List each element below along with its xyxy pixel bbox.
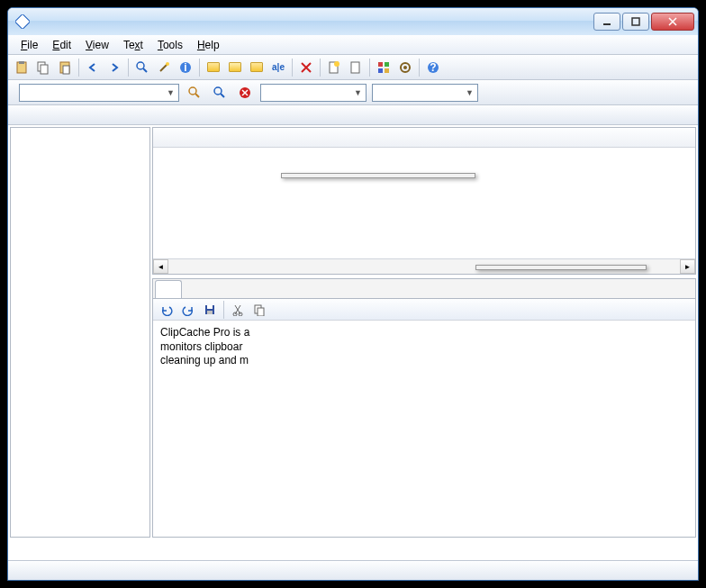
minimize-button[interactable]	[593, 13, 620, 31]
find-clear-icon[interactable]	[235, 83, 255, 103]
preview-text[interactable]: ClipCache Pro is a monitors clipboar cle…	[153, 321, 695, 537]
save-icon[interactable]	[200, 300, 220, 320]
cut-icon[interactable]	[228, 300, 248, 320]
svg-point-12	[166, 62, 169, 66]
svg-rect-1	[603, 23, 611, 25]
find-go-icon[interactable]	[185, 83, 204, 103]
new-page-icon[interactable]	[324, 58, 344, 77]
menubar: File Edit View Text Tools Help	[8, 35, 698, 55]
svg-rect-18	[378, 62, 383, 67]
main-area: ◄ ► ClipCache Pro is a	[8, 125, 698, 539]
copy-icon[interactable]	[33, 58, 53, 77]
svg-point-28	[214, 87, 222, 95]
info-icon[interactable]: i	[176, 58, 195, 77]
svg-point-23	[403, 66, 407, 69]
wand-icon[interactable]	[154, 58, 174, 77]
filter-details[interactable]: ▼	[260, 84, 367, 102]
preview-toolbar	[153, 299, 695, 321]
svg-text:?: ?	[430, 61, 436, 74]
svg-line-29	[221, 94, 224, 97]
copy-icon[interactable]	[249, 300, 269, 320]
clipboard-icon[interactable]	[12, 58, 32, 77]
folder-tree[interactable]	[10, 127, 150, 538]
find-next-icon[interactable]	[210, 83, 230, 103]
svg-point-9	[137, 62, 144, 69]
svg-rect-37	[258, 308, 264, 316]
delete-icon[interactable]	[296, 58, 316, 77]
context-menu[interactable]	[281, 173, 475, 178]
menu-text[interactable]: Text	[116, 37, 150, 53]
svg-line-27	[195, 94, 199, 97]
window-controls	[592, 13, 694, 31]
folder-open-icon[interactable]	[225, 58, 245, 77]
chevron-down-icon[interactable]: ▼	[354, 88, 362, 97]
toolbar: i a|e ?	[8, 55, 698, 80]
svg-line-10	[143, 68, 147, 72]
menu-view[interactable]: View	[78, 37, 116, 53]
filter-folders[interactable]: ▼	[372, 84, 478, 102]
svg-rect-17	[351, 62, 359, 73]
tab-text[interactable]	[155, 280, 182, 298]
chevron-down-icon[interactable]: ▼	[466, 88, 474, 97]
svg-rect-6	[41, 65, 48, 74]
svg-rect-0	[15, 14, 30, 29]
folder-icon[interactable]	[204, 58, 223, 77]
svg-point-26	[189, 87, 196, 95]
list-header	[153, 128, 695, 148]
page-icon[interactable]	[346, 58, 366, 77]
svg-text:i: i	[184, 61, 186, 74]
menu-file[interactable]: File	[14, 37, 45, 53]
help-icon[interactable]: ?	[423, 58, 443, 77]
quickpaste-bar	[8, 105, 698, 125]
svg-rect-19	[385, 62, 389, 67]
back-icon[interactable]	[83, 58, 103, 77]
right-pane: ◄ ► ClipCache Pro is a	[152, 127, 696, 538]
close-button[interactable]	[651, 13, 694, 31]
redo-icon[interactable]	[178, 300, 198, 320]
scroll-right-icon[interactable]: ►	[680, 259, 695, 274]
app-icon	[15, 14, 30, 29]
find-input[interactable]: ▼	[19, 84, 179, 102]
rename-icon[interactable]: a|e	[268, 58, 288, 77]
folder-new-icon[interactable]	[247, 58, 267, 77]
svg-rect-8	[63, 66, 69, 74]
svg-rect-20	[378, 68, 383, 73]
scroll-left-icon[interactable]: ◄	[153, 259, 168, 274]
clip-list[interactable]: ◄ ►	[152, 127, 696, 275]
maximize-button[interactable]	[622, 13, 649, 31]
undo-icon[interactable]	[157, 300, 176, 320]
svg-rect-32	[207, 305, 213, 309]
paste-icon[interactable]	[55, 58, 75, 77]
forward-icon[interactable]	[104, 58, 124, 77]
svg-rect-21	[385, 68, 389, 73]
svg-rect-4	[19, 61, 24, 64]
preview-tabs	[153, 279, 695, 299]
svg-point-16	[334, 61, 339, 67]
titlebar[interactable]	[8, 8, 698, 35]
preview-pane: ClipCache Pro is a monitors clipboar cle…	[152, 278, 696, 538]
svg-rect-33	[207, 311, 213, 314]
findbar: ▼ ▼ ▼	[8, 80, 698, 105]
statusbar	[8, 560, 698, 580]
chevron-down-icon[interactable]: ▼	[167, 88, 175, 97]
svg-rect-2	[632, 18, 639, 25]
grid-icon[interactable]	[374, 58, 394, 77]
search-icon[interactable]	[132, 58, 152, 77]
main-window: File Edit View Text Tools Help i a|e ?	[7, 7, 699, 581]
gear-icon[interactable]	[395, 58, 415, 77]
list-body	[153, 148, 695, 258]
menu-tools[interactable]: Tools	[150, 37, 190, 53]
menu-help[interactable]: Help	[190, 37, 227, 53]
highlight-submenu[interactable]	[475, 265, 647, 270]
menu-edit[interactable]: Edit	[45, 37, 78, 53]
